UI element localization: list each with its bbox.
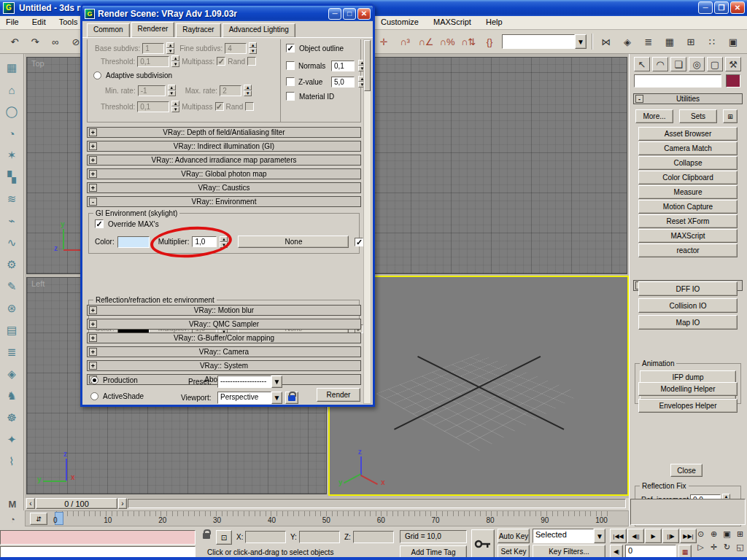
expand-icon[interactable]: +	[89, 142, 97, 150]
utility-button[interactable]: Collapse	[638, 156, 738, 170]
select-and-link-icon[interactable]: ∞	[47, 33, 64, 50]
time-gauge-icon[interactable]: ◔	[3, 512, 22, 526]
utility-button[interactable]: Asset Browser	[638, 127, 738, 141]
rollout-header[interactable]: - VRay:: Environment	[87, 196, 361, 207]
zoom-all-icon[interactable]: ⊕	[708, 528, 720, 540]
z-coordinate-field[interactable]	[353, 531, 394, 543]
z-value-checkbox[interactable]	[286, 77, 295, 86]
time-slider-track[interactable]	[128, 499, 626, 508]
mirror-icon[interactable]: ⋈	[597, 33, 615, 50]
track-bar[interactable]: ⇵ 0102030405060708090100	[25, 510, 629, 526]
object-outline-checkbox[interactable]: ✓	[286, 44, 295, 52]
configure-button-sets-icon[interactable]: ⊞	[723, 109, 738, 123]
threshold-field[interactable]: 0,1	[137, 56, 169, 67]
maxscript-mini-listener[interactable]	[0, 530, 196, 545]
viewport-top-label[interactable]: Top	[31, 59, 44, 68]
dialog-maximize-button[interactable]: □	[343, 8, 356, 20]
menu-item[interactable]: MAXScript	[433, 18, 471, 26]
x-coordinate-field[interactable]	[245, 531, 286, 543]
teapot-icon[interactable]: ⌂	[2, 80, 21, 99]
kam-script-button[interactable]: Map IO	[638, 315, 738, 330]
render-button[interactable]: Render	[317, 388, 360, 402]
menu-item[interactable]: Edit	[32, 18, 46, 26]
skeleton-icon[interactable]: ✦	[2, 430, 21, 449]
kam-script-button[interactable]: DFF IO	[638, 281, 738, 296]
utility-button[interactable]: Motion Capture	[638, 200, 738, 214]
viewport-lock-icon[interactable]	[285, 392, 298, 404]
spinner-snap-icon[interactable]: ∩⇅	[460, 33, 477, 50]
gi-multiplier-spinner[interactable]: ▲▼	[220, 236, 228, 248]
threshold-spinner[interactable]: ▲▼	[171, 55, 179, 67]
expand-icon[interactable]: -	[89, 198, 97, 206]
box-primitive-icon[interactable]: ▦	[2, 58, 21, 77]
dialog-close-button[interactable]: ✕	[357, 8, 371, 20]
angle-snap-icon[interactable]: ∩∠	[417, 33, 435, 50]
normals-field[interactable]: 0,1	[331, 61, 355, 71]
hierarchy-tab-icon[interactable]: ❏	[670, 57, 686, 71]
expand-icon[interactable]: +	[89, 306, 97, 314]
rollout-header[interactable]: + VRay:: Motion blur	[87, 305, 361, 316]
rollout-header[interactable]: + VRay:: Depth of field/Antialiasing fil…	[87, 127, 361, 138]
open-mini-curve-editor-icon[interactable]: ⇵	[30, 513, 47, 525]
arc-rotate-icon[interactable]: ↻	[721, 541, 733, 553]
dialog-minimize-button[interactable]: ─	[328, 8, 341, 20]
menu-item[interactable]: Customize	[381, 18, 419, 26]
viewport-left-label[interactable]: Left	[31, 279, 44, 288]
time-slider-handle[interactable]: 0 / 100	[36, 498, 117, 509]
preset-dropdown[interactable]: -------------------	[217, 376, 271, 388]
utilities-rollout-header[interactable]: - Utilities	[633, 93, 743, 104]
star-icon[interactable]: ✶	[2, 146, 21, 165]
threshold2-spinner[interactable]: ▲▼	[171, 101, 179, 112]
named-selection-dropdown-arrow[interactable]: ▼	[575, 34, 587, 49]
fine-subdivs-spinner[interactable]: ▲▼	[249, 42, 257, 54]
dialog-scrollbar-thumb[interactable]	[364, 40, 371, 91]
sets-button[interactable]: Sets	[679, 109, 717, 123]
expand-icon[interactable]: +	[89, 170, 97, 178]
normals-checkbox[interactable]	[286, 61, 295, 70]
dialog-scrollbar[interactable]	[363, 39, 371, 404]
rollout-header[interactable]: + VRay:: G-Buffer/Color mapping	[87, 332, 361, 343]
key-filter-selection-dropdown[interactable]: Selected	[533, 529, 594, 543]
object-name-field[interactable]	[634, 74, 721, 88]
rand-checkbox[interactable]	[247, 57, 256, 66]
helper-button[interactable]: Envelopes Helper	[638, 399, 738, 413]
render-setup-icon[interactable]: ▣	[724, 33, 742, 50]
play-button[interactable]: ▶	[645, 529, 662, 543]
restore-button[interactable]: ❐	[714, 1, 729, 14]
set-keys-button[interactable]	[471, 529, 495, 559]
redo-icon[interactable]: ↷	[26, 33, 44, 50]
fish-icon[interactable]: ⊛	[2, 299, 21, 318]
y-coordinate-field[interactable]	[299, 531, 340, 543]
rollout-header[interactable]: + VRay:: Caustics	[87, 182, 361, 193]
named-selection-dropdown[interactable]	[502, 34, 575, 49]
bone-icon[interactable]: ∿	[2, 233, 21, 252]
base-subdivs-spinner[interactable]: ▲▼	[166, 42, 174, 54]
helper-button[interactable]: Modelling Helper	[638, 382, 738, 396]
time-slider-left-arrow[interactable]: ‹	[26, 498, 35, 509]
weathervane-icon[interactable]: ✎	[2, 277, 21, 296]
preset-dropdown-arrow[interactable]: ▼	[271, 376, 282, 388]
layer-manager-icon[interactable]: ≣	[640, 33, 657, 50]
max-rate-spinner[interactable]: ▲▼	[244, 85, 252, 96]
min-rate-spinner[interactable]: ▲▼	[168, 85, 176, 96]
zoom-icon[interactable]: ⊙	[694, 528, 707, 540]
checker-icon[interactable]: ▚	[2, 168, 21, 187]
gi-map-active-checkbox[interactable]: ✓	[355, 238, 363, 246]
absolute-mode-icon[interactable]: ⊡	[216, 530, 232, 545]
collapse-icon[interactable]: -	[635, 95, 643, 103]
menu-item[interactable]: File	[6, 18, 19, 26]
curve-editor-icon[interactable]: ▦	[661, 33, 678, 50]
threshold2-field[interactable]: 0,1	[137, 101, 169, 112]
minimize-button[interactable]: ─	[698, 1, 713, 14]
panel-icon[interactable]: ☸	[2, 408, 21, 427]
modify-tab-icon[interactable]: ◠	[652, 57, 668, 71]
expand-icon[interactable]: +	[89, 362, 97, 370]
min-max-toggle-icon[interactable]: ◱	[734, 541, 746, 553]
render-scene-dialog[interactable]: G Render Scene: VRay Adv 1.09.03r ─ □ ✕ …	[80, 4, 375, 407]
max-rate-field[interactable]: 2	[220, 85, 241, 96]
zoom-extents-all-icon[interactable]: ⊞	[734, 528, 746, 540]
utility-button[interactable]: MAXScript	[638, 229, 738, 243]
multipass-checkbox[interactable]: ✓	[217, 57, 225, 66]
menu-item[interactable]: Tools	[59, 18, 78, 26]
gear-icon[interactable]: ⚙	[2, 255, 21, 274]
